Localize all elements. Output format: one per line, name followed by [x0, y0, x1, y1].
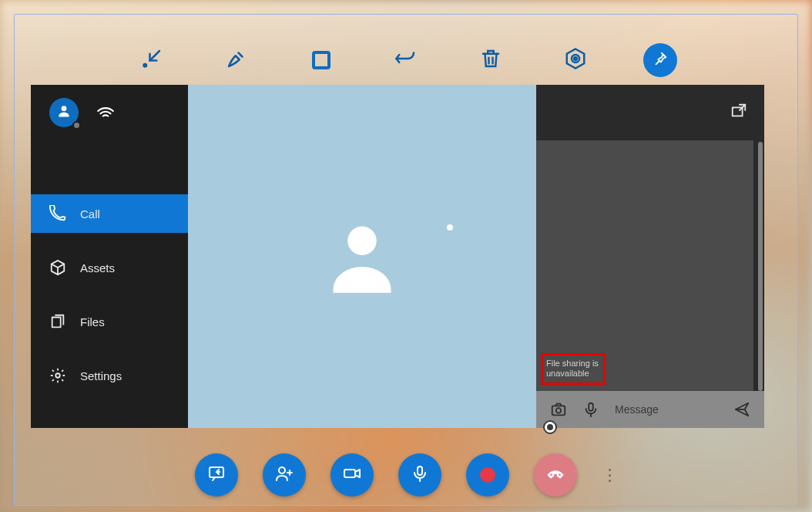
- gear-icon: [49, 367, 66, 384]
- tooltip-line: unavailable: [546, 369, 599, 379]
- pen-icon: [225, 47, 248, 73]
- target-icon: [564, 47, 587, 73]
- video-icon: [343, 464, 361, 486]
- sidebar-item-assets[interactable]: Assets: [31, 248, 188, 287]
- annotation-toolbar: [0, 43, 812, 77]
- control-hangup[interactable]: [534, 453, 577, 497]
- sidebar-item-label: Assets: [80, 261, 115, 275]
- svg-point-6: [574, 57, 577, 60]
- sidebar-item-settings[interactable]: Settings: [31, 356, 188, 395]
- cursor-dot: [447, 224, 453, 231]
- control-add-person[interactable]: [263, 453, 306, 497]
- signal-icon[interactable]: [96, 101, 116, 124]
- svg-point-18: [279, 467, 285, 473]
- svg-rect-12: [552, 406, 565, 415]
- hangup-icon: [546, 464, 565, 486]
- chat-input-row: Message: [536, 391, 764, 428]
- microphone-icon[interactable]: [582, 401, 599, 418]
- tool-undo[interactable]: [389, 43, 423, 77]
- svg-point-10: [347, 226, 377, 255]
- control-video[interactable]: [331, 453, 374, 497]
- svg-rect-23: [418, 467, 422, 475]
- sidebar-header: [31, 85, 188, 140]
- chat-panel: File sharing is unavailable Message: [536, 85, 764, 428]
- cube-icon: [49, 259, 66, 276]
- sidebar: Call Assets Files Settings: [31, 85, 188, 428]
- files-icon: [49, 313, 66, 330]
- sidebar-item-call[interactable]: Call: [31, 194, 188, 233]
- sidebar-item-label: Settings: [80, 369, 122, 382]
- undo-icon: [394, 47, 418, 73]
- status-dot: [72, 121, 81, 130]
- control-chat[interactable]: [195, 453, 238, 497]
- sidebar-item-files[interactable]: Files: [31, 302, 188, 341]
- svg-marker-22: [355, 470, 360, 477]
- message-input[interactable]: Message: [615, 403, 718, 416]
- tool-delete[interactable]: [474, 43, 508, 77]
- svg-point-1: [144, 64, 147, 67]
- person-icon: [56, 103, 72, 122]
- user-avatar[interactable]: [49, 98, 79, 127]
- rectangle-icon: [312, 51, 331, 69]
- svg-rect-14: [589, 403, 593, 411]
- tool-pen[interactable]: [220, 43, 253, 77]
- control-mic[interactable]: [398, 453, 441, 497]
- microphone-icon: [411, 464, 429, 486]
- chat-messages-area[interactable]: File sharing is unavailable: [536, 140, 753, 391]
- chat-icon: [207, 464, 226, 486]
- svg-point-9: [55, 373, 60, 378]
- arrow-collapse-icon: [140, 47, 163, 73]
- file-sharing-tooltip: File sharing is unavailable: [541, 353, 606, 386]
- camera-icon[interactable]: [550, 401, 567, 418]
- control-more[interactable]: [602, 453, 617, 497]
- phone-icon: [49, 205, 66, 222]
- tool-rectangle[interactable]: [304, 43, 338, 77]
- svg-line-0: [150, 51, 160, 61]
- pin-icon: [652, 50, 669, 70]
- record-icon: [480, 467, 495, 483]
- app-window: Call Assets Files Settings: [31, 85, 764, 428]
- tool-target[interactable]: [559, 43, 592, 77]
- tooltip-line: File sharing is: [546, 359, 599, 369]
- svg-point-13: [556, 408, 561, 413]
- control-record[interactable]: [466, 453, 509, 497]
- pin-button[interactable]: [643, 43, 677, 77]
- sidebar-item-label: Files: [80, 315, 105, 328]
- svg-point-7: [62, 106, 67, 111]
- tool-arrow[interactable]: [135, 43, 169, 77]
- chat-header: [536, 85, 764, 140]
- message-placeholder: Message: [615, 403, 659, 416]
- call-controls: [0, 453, 812, 497]
- video-panel: [188, 85, 536, 428]
- trash-icon: [479, 47, 502, 73]
- scrollbar[interactable]: [758, 142, 763, 391]
- svg-rect-8: [52, 318, 61, 328]
- send-button[interactable]: [733, 401, 750, 418]
- camera-badge: [543, 420, 557, 434]
- sidebar-item-label: Call: [80, 207, 100, 221]
- person-add-icon: [275, 464, 294, 486]
- remote-user-avatar-icon: [327, 217, 397, 297]
- svg-rect-21: [344, 470, 355, 477]
- popout-icon[interactable]: [730, 103, 747, 123]
